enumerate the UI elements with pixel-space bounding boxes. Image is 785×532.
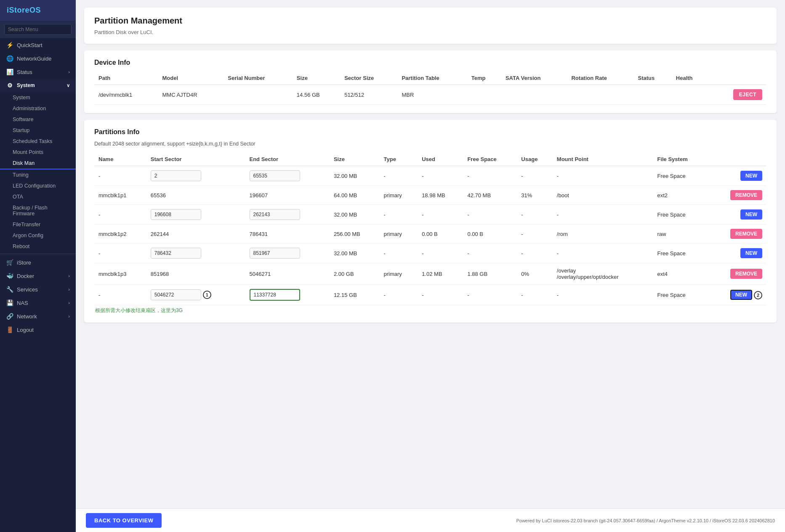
new-button[interactable]: NEW xyxy=(740,209,762,220)
col-temp: Temp xyxy=(467,71,501,85)
eject-button[interactable]: EJECT xyxy=(733,89,762,100)
sidebar-sub-filetransfer[interactable]: FileTransfer xyxy=(0,219,76,230)
start-sector-input[interactable] xyxy=(151,289,201,300)
chevron-right-icon: › xyxy=(68,300,70,305)
sidebar-item-network[interactable]: 🔗 Network › xyxy=(0,310,76,323)
sidebar-sub-system[interactable]: System xyxy=(0,92,76,103)
sidebar-sub-reboot[interactable]: Reboot xyxy=(0,241,76,252)
sidebar-item-label: Logout xyxy=(17,327,34,333)
partition-usage: 0% xyxy=(517,263,552,285)
partition-type: - xyxy=(379,244,418,263)
back-to-overview-button[interactable]: BACK TO OVERVIEW xyxy=(86,513,162,528)
partition-name: mmcblk1p3 xyxy=(94,263,146,285)
end-sector-input-highlighted[interactable] xyxy=(250,289,300,301)
partition-free-space: 42.70 MB xyxy=(463,186,517,205)
sidebar-item-networkguide[interactable]: 🌐 NetworkGuide xyxy=(0,52,76,65)
table-row: - 32.00 MB - - - - - Free Space NEW xyxy=(94,244,766,263)
sidebar-item-status[interactable]: 📊 Status › xyxy=(0,65,76,79)
sidebar-sub-argon-config[interactable]: Argon Config xyxy=(0,230,76,241)
footer: BACK TO OVERVIEW Powered by LuCI istoreo… xyxy=(76,508,785,532)
device-status xyxy=(633,85,671,105)
sidebar-sub-mount-points[interactable]: Mount Points xyxy=(0,147,76,158)
col-size: Size xyxy=(330,153,380,166)
sidebar-item-system[interactable]: ⚙ System ∨ xyxy=(0,79,76,92)
sidebar-item-nas[interactable]: 💾 NAS › xyxy=(0,296,76,310)
partition-name: - xyxy=(94,244,146,263)
page-title: Partition Management xyxy=(94,16,766,26)
sidebar-sub-software[interactable]: Software xyxy=(0,114,76,125)
end-sector-input[interactable] xyxy=(250,248,300,259)
sidebar-item-label: NAS xyxy=(17,300,28,306)
sidebar-sub-backup-flash[interactable]: Backup / Flash Firmware xyxy=(0,202,76,219)
col-name: Name xyxy=(94,153,146,166)
new-button-highlighted[interactable]: NEW xyxy=(730,290,752,300)
remove-button[interactable]: REMOVE xyxy=(730,269,762,279)
search-input[interactable] xyxy=(4,24,72,35)
content-area: Partition Management Partition Disk over… xyxy=(76,0,785,508)
table-row: mmcblk1p1 65536 196607 64.00 MB primary … xyxy=(94,186,766,205)
col-file-system: File System xyxy=(653,153,708,166)
device-serial xyxy=(224,85,293,105)
sidebar-sub-tuning[interactable]: Tuning xyxy=(0,169,76,180)
new-button[interactable]: NEW xyxy=(740,248,762,258)
start-sector-input[interactable] xyxy=(151,209,201,220)
end-sector-input[interactable] xyxy=(250,209,300,220)
partition-file-system: Free Space xyxy=(653,285,708,305)
partition-file-system: Free Space xyxy=(653,244,708,263)
device-sector-size: 512/512 xyxy=(340,85,397,105)
sidebar-item-services[interactable]: 🔧 Services › xyxy=(0,283,76,296)
col-partition-table: Partition Table xyxy=(397,71,467,85)
partition-action-cell: NEW xyxy=(709,244,767,263)
sidebar-sub-disk-man[interactable]: Disk Man xyxy=(0,158,76,169)
partition-end-sector[interactable] xyxy=(245,285,330,305)
partition-end-sector[interactable] xyxy=(245,244,330,263)
col-health: Health xyxy=(672,71,710,85)
start-sector-input[interactable] xyxy=(151,170,201,181)
tooltip-text: 根据所需大小修改结束扇区，这里为3G xyxy=(94,307,766,314)
sidebar-sub-scheduled-tasks[interactable]: Scheduled Tasks xyxy=(0,136,76,147)
partition-action-cell: NEW2 xyxy=(709,285,767,305)
chevron-right-icon: › xyxy=(68,69,70,74)
device-size: 14.56 GB xyxy=(293,85,340,105)
remove-button[interactable]: REMOVE xyxy=(730,229,762,239)
sidebar-item-docker[interactable]: 🐳 Docker › xyxy=(0,269,76,283)
partition-usage: - xyxy=(517,225,552,244)
partition-mount-point: /overlay/overlay/upper/opt/docker xyxy=(553,263,653,285)
partition-mount-point: - xyxy=(553,285,653,305)
table-row: mmcblk1p2 262144 786431 256.00 MB primar… xyxy=(94,225,766,244)
device-info-table: Path Model Serial Number Size Sector Siz… xyxy=(94,71,766,105)
start-sector-input[interactable] xyxy=(151,248,201,259)
sidebar-sub-administration[interactable]: Administration xyxy=(0,103,76,114)
partition-file-system: Free Space xyxy=(653,205,708,225)
sidebar-item-quickstart[interactable]: ⚡ QuickStart xyxy=(0,38,76,52)
table-row: - 32.00 MB - - - - - Free Space NEW xyxy=(94,166,766,186)
partition-name: - xyxy=(94,285,146,305)
page-title-card: Partition Management Partition Disk over… xyxy=(84,8,777,44)
col-usage: Usage xyxy=(517,153,552,166)
services-icon: 🔧 xyxy=(6,286,13,293)
sidebar-sub-startup[interactable]: Startup xyxy=(0,125,76,136)
end-sector-input[interactable] xyxy=(250,170,300,181)
table-row: - 32.00 MB - - - - - Free Space NEW xyxy=(94,205,766,225)
partition-name: - xyxy=(94,166,146,186)
col-model: Model xyxy=(158,71,224,85)
partition-end-sector[interactable] xyxy=(245,205,330,225)
partition-free-space: 1.88 GB xyxy=(463,263,517,285)
partition-mount-point: /rom xyxy=(553,225,653,244)
device-info-card: Device Info Path Model Serial Number Siz… xyxy=(84,50,777,113)
col-used: Used xyxy=(418,153,463,166)
sidebar-item-istore[interactable]: 🛒 iStore xyxy=(0,256,76,269)
partition-type: primary xyxy=(379,186,418,205)
sidebar-sub-ota[interactable]: OTA xyxy=(0,191,76,202)
chevron-right-icon: › xyxy=(68,273,70,278)
partition-file-system: ext2 xyxy=(653,186,708,205)
partition-type: - xyxy=(379,205,418,225)
sidebar: iStoreOS ⚡ QuickStart 🌐 NetworkGuide 📊 S… xyxy=(0,0,76,532)
sidebar-sub-led-configuration[interactable]: LED Configuration xyxy=(0,180,76,191)
sidebar-item-logout[interactable]: 🚪 Logout xyxy=(0,323,76,336)
partition-end-sector[interactable] xyxy=(245,166,330,186)
new-button[interactable]: NEW xyxy=(740,171,762,181)
nas-icon: 💾 xyxy=(6,299,13,306)
remove-button[interactable]: REMOVE xyxy=(730,190,762,200)
partition-name: mmcblk1p2 xyxy=(94,225,146,244)
